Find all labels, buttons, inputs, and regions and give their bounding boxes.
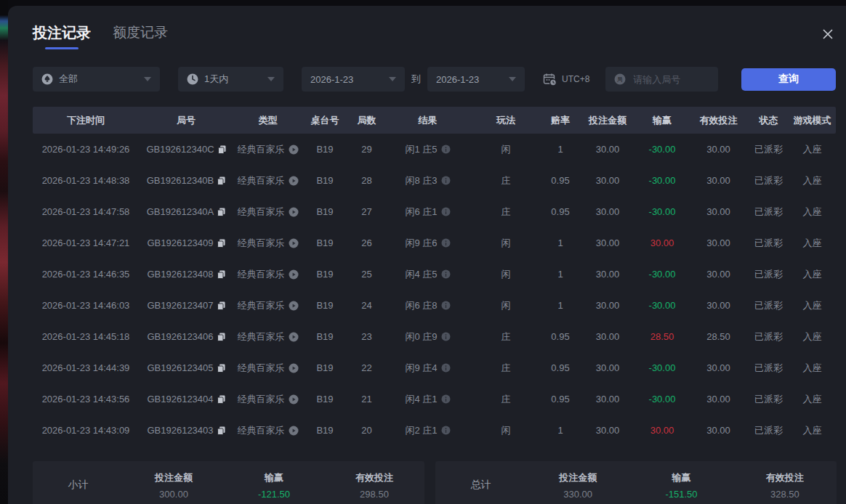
result-info-icon[interactable] (441, 301, 451, 310)
header-result: 结果 (386, 114, 470, 127)
subtotal-valid-value: 298.50 (360, 489, 389, 500)
result-info-icon[interactable] (441, 176, 451, 185)
cell-valid-bet: 30.00 (688, 300, 749, 311)
copy-icon[interactable] (217, 176, 225, 185)
header-status: 状态 (749, 114, 788, 127)
cell-winloss: -30.00 (637, 206, 688, 217)
replay-icon[interactable] (289, 269, 299, 280)
total-label: 总计 (435, 479, 526, 492)
replay-icon[interactable] (289, 363, 299, 373)
cell-game-type: 经典百家乐 (233, 206, 302, 219)
copy-icon[interactable] (217, 301, 225, 310)
records-table: 下注时间 局号 类型 桌台号 局数 结果 玩法 赔率 投注金额 输赢 有效投注 … (33, 107, 836, 446)
cell-play: 闲 (470, 143, 542, 156)
spade-icon (41, 73, 53, 85)
active-tab-underline (45, 47, 78, 49)
result-info-icon[interactable] (441, 363, 451, 373)
cell-odds: 0.95 (542, 394, 579, 405)
game-type-text: 经典百家乐 (238, 424, 285, 437)
cell-play: 庄 (470, 393, 542, 406)
cell-status: 已派彩 (749, 393, 788, 406)
cell-round-no: 24 (347, 300, 386, 311)
cell-round-no: 28 (347, 175, 386, 186)
result-info-icon[interactable] (441, 269, 451, 279)
cell-odds: 1 (542, 144, 579, 155)
query-button[interactable]: 查询 (741, 68, 836, 91)
tab-betting-records[interactable]: 投注记录 (33, 23, 91, 49)
cell-round-id: GB192612340C (139, 144, 233, 155)
replay-icon[interactable] (289, 426, 299, 436)
copy-icon[interactable] (217, 364, 225, 373)
round-search-field[interactable]: 局 (605, 67, 718, 92)
game-type-text: 经典百家乐 (238, 330, 285, 344)
replay-icon[interactable] (289, 238, 299, 248)
cell-bet-amount: 30.00 (579, 394, 637, 405)
game-type-select[interactable]: 全部 (33, 67, 160, 92)
cell-round-no: 21 (347, 394, 386, 405)
cell-play: 闲 (470, 237, 542, 250)
cell-game-mode: 入座 (788, 206, 837, 219)
cell-bet-amount: 30.00 (579, 362, 637, 373)
cell-table-no: B19 (302, 269, 347, 280)
result-text: 闲1 庄5 (405, 143, 437, 156)
copy-icon[interactable] (217, 270, 225, 279)
replay-icon[interactable] (289, 145, 299, 155)
cell-game-mode: 入座 (788, 299, 837, 312)
cell-result: 闲4 庄1 (386, 393, 470, 406)
table-header-row: 下注时间 局号 类型 桌台号 局数 结果 玩法 赔率 投注金额 输赢 有效投注 … (33, 107, 836, 134)
round-search-input[interactable] (632, 73, 709, 86)
replay-icon[interactable] (289, 207, 299, 217)
copy-icon[interactable] (218, 145, 226, 154)
replay-icon[interactable] (289, 332, 299, 342)
tab-quota-records[interactable]: 额度记录 (113, 23, 168, 49)
replay-icon[interactable] (289, 301, 299, 311)
result-info-icon[interactable] (441, 426, 451, 435)
table-row: 2026-01-23 14:43:56 GB1926123404 经典百家乐 B… (33, 383, 836, 415)
table-row: 2026-01-23 14:43:09 GB1926123403 经典百家乐 B… (33, 415, 836, 446)
cell-round-id: GB1926123405 (139, 362, 233, 373)
result-info-icon[interactable] (441, 394, 451, 404)
close-icon[interactable] (815, 22, 840, 46)
cell-round-no: 27 (347, 206, 386, 217)
replay-icon[interactable] (289, 394, 299, 405)
result-info-icon[interactable] (441, 145, 451, 154)
header-round-no: 局数 (347, 114, 386, 127)
chevron-down-icon (509, 77, 516, 81)
timezone-control[interactable]: UTC+8 (543, 73, 589, 86)
cell-game-mode: 入座 (788, 174, 837, 187)
cell-bet-amount: 30.00 (579, 331, 637, 342)
copy-icon[interactable] (217, 395, 225, 404)
cell-result: 闲9 庄6 (386, 237, 470, 250)
cell-round-no: 23 (347, 331, 386, 342)
cell-table-no: B19 (302, 206, 347, 217)
copy-icon[interactable] (217, 333, 225, 341)
cell-valid-bet: 30.00 (688, 144, 749, 155)
cell-bet-time: 2026-01-23 14:43:09 (33, 425, 139, 436)
copy-icon[interactable] (217, 208, 225, 216)
time-range-select[interactable]: 1天内 (178, 67, 283, 92)
cell-status: 已派彩 (749, 330, 788, 344)
subtotal-valid-label: 有效投注 (355, 471, 393, 484)
header-play: 玩法 (470, 114, 542, 127)
chevron-down-icon (267, 77, 275, 81)
date-to-select[interactable]: 2026-1-23 (427, 67, 525, 92)
subtotal-winloss-stat: 输赢 -121.50 (224, 471, 324, 500)
cell-round-id: GB1926123407 (139, 300, 233, 311)
copy-icon[interactable] (217, 426, 225, 435)
table-row: 2026-01-23 14:44:39 GB1926123405 经典百家乐 B… (33, 352, 836, 383)
cell-game-mode: 入座 (788, 268, 837, 281)
cell-round-id: GB1926123404 (139, 394, 233, 405)
table-row: 2026-01-23 14:46:03 GB1926123407 经典百家乐 B… (33, 290, 836, 321)
cell-play: 庄 (470, 330, 542, 344)
cell-game-type: 经典百家乐 (233, 362, 302, 375)
date-from-select[interactable]: 2026-1-23 (302, 67, 405, 92)
replay-icon[interactable] (289, 176, 299, 186)
result-info-icon[interactable] (441, 238, 451, 248)
cell-bet-time: 2026-01-23 14:43:56 (33, 394, 139, 405)
result-info-icon[interactable] (441, 207, 451, 216)
copy-icon[interactable] (217, 239, 225, 248)
table-row: 2026-01-23 14:47:21 GB1926123409 经典百家乐 B… (33, 227, 836, 259)
result-text: 闲4 庄5 (405, 268, 437, 281)
cell-bet-amount: 30.00 (579, 425, 637, 436)
result-info-icon[interactable] (441, 332, 451, 341)
